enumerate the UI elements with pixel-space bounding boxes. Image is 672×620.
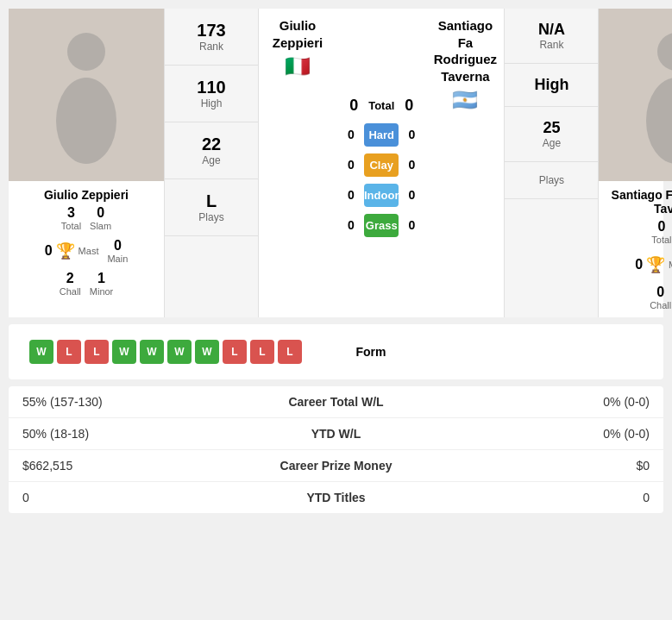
player1-mast-lbl: Mast	[79, 246, 99, 256]
form-badge-9: L	[278, 340, 302, 364]
form-label: Form	[302, 345, 440, 359]
p2-hard: 0	[404, 128, 419, 141]
p2-indoor: 0	[404, 188, 419, 202]
player2-chall-minor: 0 Chall 0 Minor	[604, 281, 672, 314]
hard-pill: Hard	[364, 123, 399, 147]
player2-total-lbl: Total	[651, 235, 671, 245]
player2-chall-lbl: Chall	[650, 300, 671, 310]
player1-age-lbl: Age	[170, 154, 253, 166]
clay-line: 0 Clay 0	[343, 153, 419, 177]
stats-row-0: 55% (157-130)Career Total W/L0% (0-0)	[9, 386, 663, 418]
player1-slam-lbl: Slam	[90, 221, 111, 231]
player1-mast-main: 0 🏆 Mast 0 Main	[14, 235, 159, 267]
indoor-line: 0 Indoor 0	[343, 184, 419, 207]
player1-slam-val: 0	[90, 205, 111, 221]
player1-mast-val: 0	[45, 243, 53, 259]
player2-photo-col: Santiago Fa Rodriguez Taverna 0 Total 0 …	[599, 9, 672, 317]
player2-mast-main: 0 🏆 Mast 0 Main	[604, 248, 672, 281]
stats-row-2: $662,515Career Prize Money$0	[9, 450, 663, 482]
player1-minor-val: 1	[90, 271, 114, 286]
form-badge-6: W	[195, 340, 219, 364]
surfaces-col: 0 Total 0 0 Hard 0 0 Clay 0 0 Indoor	[336, 9, 426, 317]
player2-name-header: Santiago Fa Rodriguez Taverna	[433, 17, 497, 85]
stats-row-1-center: YTD W/L	[250, 427, 423, 441]
player2-photo	[599, 9, 672, 181]
clay-pill: Clay	[364, 153, 399, 177]
main-container: Giulio Zeppieri 3 Total 0 Slam 0 🏆	[0, 0, 672, 522]
player1-middle-stats: 173 Rank 110 High 22 Age L Plays	[164, 9, 259, 317]
stats-row-3-center: YTD Titles	[250, 491, 423, 504]
player1-total-slam: 3 Total 0 Slam	[14, 202, 159, 235]
player2-total-slam: 0 Total 0 Slam	[604, 216, 672, 248]
player2-age-box: 25 Age	[505, 107, 598, 162]
player1-rank-lbl: Rank	[170, 41, 253, 53]
form-badge-8: L	[250, 340, 274, 364]
player1-name: Giulio Zeppieri	[14, 188, 159, 202]
player1-plays-lbl: Plays	[170, 211, 253, 223]
player1-flag: 🇮🇹	[285, 54, 311, 78]
grass-pill: Grass	[364, 214, 399, 237]
trophy2-icon: 🏆	[646, 255, 665, 274]
player2-mast-lbl: Mast	[669, 260, 672, 270]
career-stats-table: 55% (157-130)Career Total W/L0% (0-0)50%…	[9, 386, 663, 513]
player2-mast-val: 0	[635, 257, 643, 272]
player2-rank-box: N/A Rank	[505, 9, 598, 64]
comparison-block: Giulio Zeppieri 3 Total 0 Slam 0 🏆	[9, 9, 663, 317]
player1-chall-minor: 2 Chall 1 Minor	[14, 267, 159, 300]
p2-clay: 0	[404, 158, 419, 172]
form-row: WLLWWWWLLL Form	[19, 333, 653, 371]
svg-point-3	[646, 78, 672, 164]
player1-plays-box: L Plays	[165, 179, 258, 236]
player1-high-val: 110	[170, 78, 253, 97]
p2-total: 0	[405, 97, 413, 115]
total-label: Total	[368, 99, 394, 112]
svg-point-0	[67, 33, 105, 71]
player1-rank-box: 173 Rank	[165, 9, 258, 66]
trophy1-icon: 🏆	[56, 241, 75, 260]
player1-rank-val: 173	[170, 21, 253, 41]
player1-total-val: 3	[61, 205, 81, 221]
stats-row-2-left: $662,515	[22, 459, 250, 473]
form-section: WLLWWWWLLL Form	[9, 324, 663, 379]
player2-identity: Santiago Fa Rodriguez Taverna 🇦🇷	[426, 9, 504, 317]
player1-total-lbl: Total	[61, 221, 81, 231]
player2-chall-val: 0	[650, 285, 671, 300]
player2-plays-box: Plays	[505, 162, 598, 199]
stats-row-0-center: Career Total W/L	[250, 395, 423, 409]
player1-age-val: 22	[170, 135, 253, 154]
player2-flag: 🇦🇷	[452, 88, 478, 112]
player1-chall-val: 2	[60, 271, 81, 286]
form-badges: WLLWWWWLLL	[29, 340, 302, 364]
player1-plays-val: L	[170, 191, 253, 211]
form-badge-2: L	[85, 340, 109, 364]
stats-row-1: 50% (18-18)YTD W/L0% (0-0)	[9, 418, 663, 450]
p2-grass: 0	[404, 218, 419, 232]
player2-high-box: High	[505, 64, 598, 107]
player1-photo	[9, 9, 164, 181]
player2-high-val: High	[510, 76, 593, 94]
stats-row-1-right: 0% (0-0)	[423, 427, 650, 441]
indoor-pill: Indoor	[364, 184, 399, 207]
form-badge-3: W	[112, 340, 136, 364]
form-badge-7: L	[223, 340, 247, 364]
form-badge-5: W	[167, 340, 192, 364]
hard-line: 0 Hard 0	[343, 123, 419, 147]
surfaces-inner: 0 Total 0 0 Hard 0 0 Clay 0 0 Indoor	[336, 83, 426, 244]
player1-name-header: Giulio Zeppieri	[266, 17, 330, 51]
player1-high-box: 110 High	[165, 66, 258, 122]
player2-total-val: 0	[651, 219, 671, 235]
player2-right-stats: N/A Rank High 25 Age Plays	[504, 9, 599, 317]
p1-indoor: 0	[343, 188, 359, 202]
player2-rank-lbl: Rank	[510, 39, 593, 51]
player1-minor-lbl: Minor	[90, 286, 114, 297]
form-badge-1: L	[57, 340, 81, 364]
stats-row-1-left: 50% (18-18)	[22, 427, 250, 441]
p1-clay: 0	[343, 158, 359, 172]
player1-main-val: 0	[107, 238, 128, 254]
p1-total: 0	[349, 97, 358, 115]
stats-row-0-left: 55% (157-130)	[22, 395, 250, 409]
form-badge-0: W	[29, 340, 53, 364]
stats-row-0-right: 0% (0-0)	[423, 395, 650, 409]
stats-row-2-right: $0	[423, 459, 650, 473]
form-badge-4: W	[140, 340, 164, 364]
